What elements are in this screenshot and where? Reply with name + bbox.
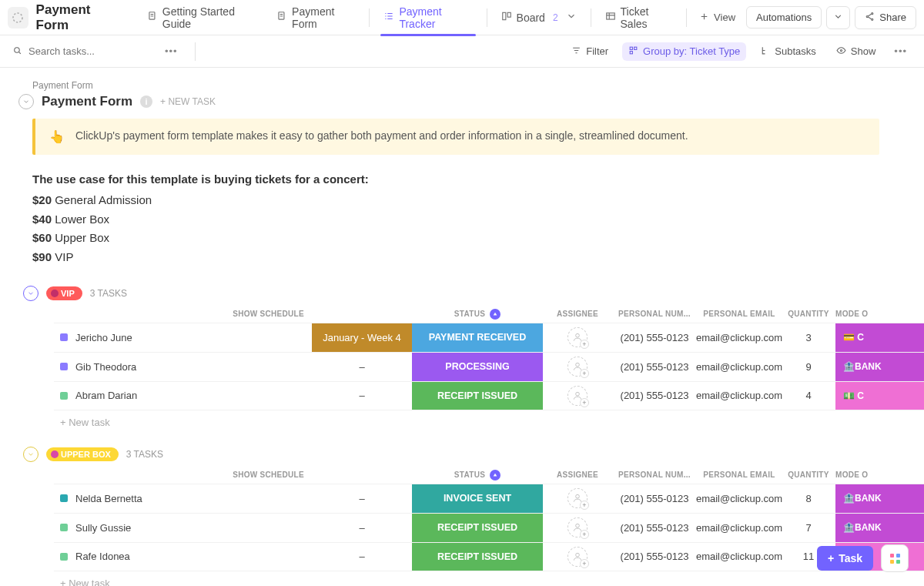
mode-cell[interactable]: 🏦BANK — [835, 514, 924, 542]
status-cell[interactable]: RECEIPT ISSUED — [412, 543, 543, 571]
workspace-icon[interactable] — [8, 7, 28, 28]
new-task-row[interactable]: + New task — [23, 410, 924, 428]
schedule-cell[interactable]: – — [312, 484, 412, 513]
search-input[interactable] — [28, 45, 158, 57]
apps-fab[interactable] — [881, 544, 909, 572]
schedule-cell[interactable]: – — [312, 543, 412, 571]
subtasks-button[interactable]: Subtasks — [754, 42, 822, 61]
schedule-cell[interactable]: – — [312, 353, 412, 381]
assignee-placeholder[interactable]: + — [567, 488, 588, 508]
phone-cell[interactable]: (201) 555-0123 — [612, 484, 697, 513]
col-show-schedule[interactable]: SHOW SCHEDULE — [54, 310, 312, 318]
tab-payment-form[interactable]: Payment Form — [267, 0, 364, 35]
email-cell[interactable]: email@clickup.com — [697, 543, 782, 571]
sort-asc-icon[interactable] — [490, 309, 500, 320]
email-cell[interactable]: email@clickup.com — [697, 382, 782, 410]
task-row[interactable]: Gib Theodora – PROCESSING + (201) 555-01… — [54, 352, 924, 381]
col-quantity[interactable]: QUANTITY — [782, 310, 835, 318]
status-cell[interactable]: PROCESSING — [412, 353, 543, 381]
task-name-cell[interactable]: Sully Gussie — [54, 514, 312, 542]
col-mode[interactable]: MODE O — [835, 470, 924, 479]
mode-cell[interactable]: 💵 C — [835, 382, 924, 410]
assignee-cell[interactable]: + — [543, 323, 612, 352]
task-name-cell[interactable]: Rafe Idonea — [54, 543, 312, 571]
toolbar-more-icon[interactable]: ••• — [889, 45, 912, 57]
assignee-placeholder[interactable]: + — [567, 357, 588, 377]
assignee-placeholder[interactable]: + — [567, 327, 588, 347]
group-collapse-button[interactable] — [23, 286, 38, 301]
mode-cell[interactable]: 💳 C — [835, 323, 924, 352]
phone-cell[interactable]: (201) 555-0123 — [612, 353, 697, 381]
mode-cell[interactable]: 🏦BANK — [835, 353, 924, 381]
col-personal-num[interactable]: PERSONAL NUM... — [612, 310, 697, 318]
new-task-fab[interactable]: + Task — [817, 546, 873, 571]
sort-asc-icon[interactable] — [490, 470, 500, 481]
task-row[interactable]: Jericho June January - Week 4 PAYMENT RE… — [54, 323, 924, 352]
status-cell[interactable]: RECEIPT ISSUED — [412, 514, 543, 542]
assignee-placeholder[interactable]: + — [567, 386, 588, 406]
group-by-button[interactable]: Group by: Ticket Type — [622, 42, 746, 61]
schedule-cell[interactable]: – — [312, 382, 412, 410]
tab-board[interactable]: Board 2 — [492, 0, 586, 35]
quantity-cell[interactable]: 4 — [782, 382, 835, 410]
quantity-cell[interactable]: 3 — [782, 323, 835, 352]
filter-button[interactable]: Filter — [565, 42, 614, 61]
automations-dropdown[interactable] — [826, 6, 850, 29]
phone-cell[interactable]: (201) 555-0123 — [612, 382, 697, 410]
assignee-cell[interactable]: + — [543, 543, 612, 571]
task-row[interactable]: Rafe Idonea – RECEIPT ISSUED + (201) 555… — [54, 542, 924, 571]
assignee-cell[interactable]: + — [543, 484, 612, 513]
col-status[interactable]: STATUS — [412, 470, 543, 481]
automations-button[interactable]: Automations — [746, 6, 822, 28]
quantity-cell[interactable]: 7 — [782, 514, 835, 542]
assignee-placeholder[interactable]: + — [567, 517, 588, 537]
assignee-placeholder[interactable]: + — [567, 547, 588, 567]
col-status[interactable]: STATUS — [412, 309, 543, 320]
quantity-cell[interactable]: 8 — [782, 484, 835, 513]
phone-cell[interactable]: (201) 555-0123 — [612, 514, 697, 542]
col-personal-num[interactable]: PERSONAL NUM... — [612, 470, 697, 479]
show-button[interactable]: Show — [830, 42, 882, 61]
col-assignee[interactable]: ASSIGNEE — [543, 470, 612, 479]
share-button[interactable]: Share — [855, 6, 916, 29]
group-pill[interactable]: UPPER BOX — [46, 447, 119, 461]
col-personal-email[interactable]: PERSONAL EMAIL — [697, 470, 782, 479]
task-name-cell[interactable]: Abram Darian — [54, 382, 312, 410]
phone-cell[interactable]: (201) 555-0123 — [612, 323, 697, 352]
info-icon[interactable]: i — [140, 95, 152, 108]
col-show-schedule[interactable]: SHOW SCHEDULE — [54, 470, 312, 479]
email-cell[interactable]: email@clickup.com — [697, 484, 782, 513]
assignee-cell[interactable]: + — [543, 382, 612, 410]
email-cell[interactable]: email@clickup.com — [697, 514, 782, 542]
collapse-all-button[interactable] — [18, 94, 34, 109]
search-field[interactable] — [12, 45, 151, 58]
assignee-cell[interactable]: + — [543, 514, 612, 542]
task-name-cell[interactable]: Nelda Bernetta — [54, 484, 312, 513]
tab-ticket-sales[interactable]: Ticket Sales — [596, 0, 682, 35]
assignee-cell[interactable]: + — [543, 353, 612, 381]
add-view-button[interactable]: View — [691, 7, 743, 28]
status-cell[interactable]: INVOICE SENT — [412, 484, 543, 513]
col-quantity[interactable]: QUANTITY — [782, 470, 835, 479]
status-cell[interactable]: PAYMENT RECEIVED — [412, 323, 543, 352]
email-cell[interactable]: email@clickup.com — [697, 353, 782, 381]
search-more-icon[interactable]: ••• — [160, 45, 182, 57]
tab-payment-tracker[interactable]: Payment Tracker — [374, 0, 481, 35]
new-task-row[interactable]: + New task — [23, 571, 924, 586]
status-cell[interactable]: RECEIPT ISSUED — [412, 382, 543, 410]
task-row[interactable]: Nelda Bernetta – INVOICE SENT + (201) 55… — [54, 484, 924, 513]
col-mode[interactable]: MODE O — [835, 310, 924, 318]
email-cell[interactable]: email@clickup.com — [697, 323, 782, 352]
schedule-cell[interactable]: – — [312, 514, 412, 542]
tab-getting-started[interactable]: Getting Started Guide — [138, 0, 266, 35]
group-collapse-button[interactable] — [23, 447, 38, 462]
task-row[interactable]: Sully Gussie – RECEIPT ISSUED + (201) 55… — [54, 513, 924, 542]
phone-cell[interactable]: (201) 555-0123 — [612, 543, 697, 571]
task-name-cell[interactable]: Jericho June — [54, 323, 312, 352]
task-row[interactable]: Abram Darian – RECEIPT ISSUED + (201) 55… — [54, 381, 924, 410]
task-name-cell[interactable]: Gib Theodora — [54, 353, 312, 381]
new-task-link[interactable]: + NEW TASK — [160, 96, 216, 107]
group-pill[interactable]: VIP — [46, 286, 82, 300]
col-assignee[interactable]: ASSIGNEE — [543, 310, 612, 318]
col-personal-email[interactable]: PERSONAL EMAIL — [697, 310, 782, 318]
